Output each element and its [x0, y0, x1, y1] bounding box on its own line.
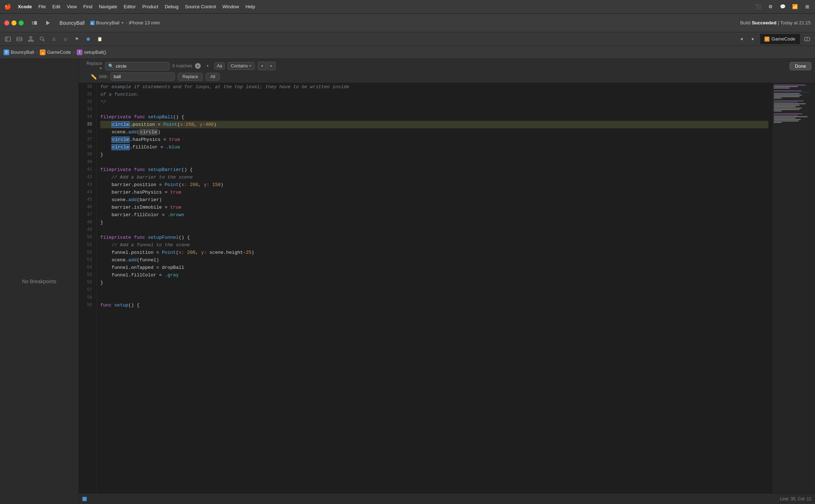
line-num-33: 33 — [83, 106, 92, 113]
menu-view[interactable]: View — [67, 4, 77, 9]
breakpoints-toggle[interactable] — [15, 35, 24, 43]
gamecode-tab[interactable]: G GameCode — [760, 34, 800, 44]
nav-back-btn[interactable] — [737, 35, 746, 43]
find-input-wrapper[interactable]: 🔍 — [105, 62, 170, 70]
menu-xcode[interactable]: Xcode — [18, 4, 32, 9]
menu-navigate[interactable]: Navigate — [99, 4, 117, 9]
menu-source-control[interactable]: Source Control — [185, 4, 216, 9]
mini-line — [774, 106, 796, 107]
menu-product[interactable]: Product — [142, 4, 158, 9]
line-num-42: 42 — [83, 173, 92, 181]
mini-line — [774, 115, 798, 116]
editor-split-btn[interactable] — [803, 35, 811, 43]
line-num-46: 46 — [83, 204, 92, 211]
nav-forward-btn[interactable] — [749, 35, 757, 43]
svg-rect-10 — [30, 37, 32, 38]
line-num-50: 50 — [83, 234, 92, 241]
line-num-44: 44 — [83, 189, 92, 196]
menu-edit[interactable]: Edit — [52, 4, 60, 9]
sidebar-toggle-button[interactable] — [29, 18, 39, 28]
case-sensitive-btn[interactable]: Aa — [214, 62, 225, 70]
diamond-btn[interactable]: ◇ — [61, 35, 70, 43]
code-line-53: scene.add(funnel) — [100, 256, 768, 264]
line-num-43: 43 — [83, 181, 92, 189]
next-match-btn[interactable] — [267, 62, 276, 70]
menu-help[interactable]: Help — [246, 4, 255, 9]
code-line-54: funnel.onTapped = dropBall — [100, 264, 768, 271]
line-num-54: 54 — [83, 264, 92, 271]
minimize-button[interactable] — [11, 20, 16, 25]
line-num-48: 48 — [83, 219, 92, 226]
mini-line — [774, 119, 801, 120]
line-num-37: 37 — [83, 136, 92, 143]
mini-line — [774, 103, 806, 104]
code-line-56: } — [100, 279, 768, 286]
gamecode-icon: 🔥 — [40, 49, 46, 55]
svg-rect-0 — [32, 21, 33, 25]
line-num-35: 35 — [83, 121, 92, 128]
code-line-50: fileprivate func setupFunnel() { — [100, 234, 768, 241]
scheme-selector[interactable]: B BouncyBall › iPhone 13 mini — [90, 20, 159, 25]
svg-line-16 — [43, 40, 44, 41]
line-num-32: 32 — [83, 98, 92, 106]
status-indicator — [82, 497, 87, 501]
search-icon: 🔍 — [108, 63, 114, 68]
menu-window[interactable]: Window — [223, 4, 239, 9]
code-line-46: barrier.isImmobile = true — [100, 204, 768, 211]
add-find-btn[interactable]: + — [204, 62, 211, 70]
mini-line — [774, 105, 800, 106]
line-num-53: 53 — [83, 256, 92, 264]
pencil-icon: ✏️ — [91, 74, 97, 80]
code-content[interactable]: for example if statements and for loops,… — [97, 83, 772, 493]
book-btn[interactable]: 📋 — [95, 35, 104, 43]
run-button[interactable] — [42, 17, 54, 29]
mini-line — [774, 87, 790, 89]
done-button[interactable]: Done — [790, 62, 811, 70]
replace-input[interactable] — [114, 74, 157, 79]
menu-find[interactable]: Find — [83, 4, 92, 9]
with-label: With — [99, 74, 108, 79]
svg-text:B: B — [91, 22, 93, 25]
replace-button[interactable]: Replace — [178, 73, 203, 81]
line-num-56: 56 — [83, 279, 92, 286]
mini-line — [774, 90, 802, 91]
flag-btn[interactable]: ⚑ — [72, 35, 81, 43]
warning-btn[interactable]: ⚠ — [49, 35, 58, 43]
match-type-dropdown[interactable]: Contains — [228, 62, 255, 70]
mini-line — [774, 113, 802, 114]
code-line-42: // Add a barrier to the scene — [100, 173, 768, 181]
line-numbers: 30 31 32 33 34 35 36 37 38 39 40 41 42 4… — [79, 83, 97, 493]
prev-match-btn[interactable] — [258, 62, 266, 70]
menu-bar-right: ⬛ ⚙ 💬 📶 ⊞ — [755, 3, 811, 10]
search-btn[interactable] — [38, 35, 47, 43]
close-button[interactable] — [4, 20, 9, 25]
line-num-55: 55 — [83, 271, 92, 279]
code-line-31: of a function. — [100, 91, 768, 98]
apple-menu[interactable]: 🍎 — [4, 3, 11, 10]
code-line-43: barrier.position = Point(x: 200, y: 150) — [100, 181, 768, 189]
breadcrumb-bouncy-ball[interactable]: B BouncyBall — [4, 49, 34, 55]
hierarchy-btn[interactable] — [27, 35, 35, 43]
line-num-39: 39 — [83, 151, 92, 158]
grid-icon: ⊞ — [804, 3, 811, 10]
replace-all-button[interactable]: All — [206, 73, 220, 81]
code-line-34: fileprivate func setupBall() { — [100, 113, 768, 121]
wechat-icon: 💬 — [779, 3, 786, 10]
clear-find-button[interactable]: ✕ — [195, 63, 201, 69]
replace-input-wrapper[interactable] — [110, 72, 175, 81]
menu-editor[interactable]: Editor — [124, 4, 136, 9]
breadcrumb-bar: B BouncyBall › 🔥 GameCode › f setupBall(… — [0, 46, 815, 59]
code-editor[interactable]: 30 31 32 33 34 35 36 37 38 39 40 41 42 4… — [79, 83, 815, 493]
replace-dropdown-label[interactable]: Replace — [82, 61, 102, 71]
breadcrumb-gamecode[interactable]: 🔥 GameCode — [40, 49, 71, 55]
navigator-toggle[interactable] — [4, 35, 12, 43]
breadcrumb-setupball[interactable]: f setupBall() — [77, 49, 106, 55]
breakpoint-btn[interactable]: ⬟ — [84, 35, 92, 43]
tab-icon: G — [764, 37, 769, 42]
line-num-49: 49 — [83, 226, 92, 234]
mini-line — [774, 102, 798, 103]
find-input[interactable] — [116, 63, 159, 69]
menu-debug[interactable]: Debug — [165, 4, 178, 9]
menu-file[interactable]: File — [38, 4, 46, 9]
fullscreen-button[interactable] — [19, 20, 24, 25]
